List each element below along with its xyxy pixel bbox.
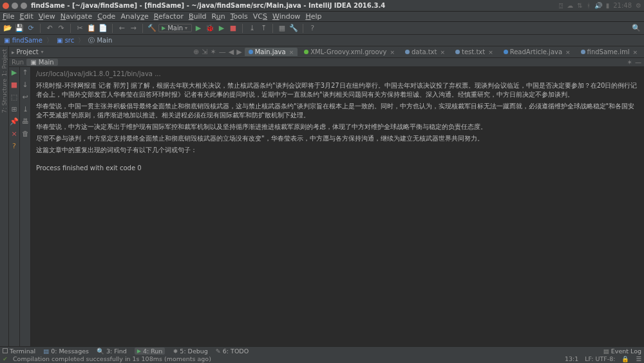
terminal-tool-button[interactable]: Terminal [3,348,35,355]
editor-tab-iml[interactable]: findSame.iml× [577,48,641,56]
project-panel-title[interactable]: Project [12,48,39,55]
debug-icon[interactable]: 🐞 [205,23,215,34]
status-ok-icon[interactable]: ✔ [3,355,8,362]
breadcrumb-file[interactable]: ⓒ Main [88,36,112,45]
menu-build[interactable]: Build [189,12,207,21]
run-button-icon[interactable]: ▶ [193,23,204,34]
menu-tools[interactable]: Tools [231,12,248,21]
menu-help[interactable]: Help [305,12,321,21]
menu-file[interactable]: File [3,12,14,21]
editor-tab-data[interactable]: data.txt× [401,48,449,56]
settings-icon[interactable]: ✶ [210,48,216,56]
vcs-commit-icon[interactable]: ⤒ [258,23,269,34]
vcs-update-icon[interactable]: ⤓ [247,23,257,34]
autoscroll-icon[interactable]: ⊕ [193,48,199,56]
chevron-down-icon[interactable]: ▾ [41,49,44,55]
menu-edit[interactable]: Edit [19,12,33,21]
menu-analyze[interactable]: Analyze [120,12,148,21]
project-structure-icon[interactable]: ▦ [277,23,287,34]
lock-icon[interactable]: 🔒 [621,355,629,362]
find-tool-button[interactable]: 🔍3: Find [97,348,127,355]
editor-tab-main[interactable]: Main.java× [245,48,298,56]
menu-code[interactable]: Code [97,12,115,21]
window-minimize-button[interactable] [12,3,18,9]
editor-tab-readarticle[interactable]: ReadArticle.java× [500,48,574,56]
run-tab-main[interactable]: ▣ Main [26,59,58,66]
project-tool-button[interactable]: 1: Project [1,49,8,76]
editor-tab-test[interactable]: test.txt× [451,48,497,56]
down-icon[interactable]: ↓ [22,81,28,89]
file-encoding[interactable]: LF: UTF-8: [585,355,615,362]
forward-icon[interactable]: → [128,23,138,34]
hector-icon[interactable]: ☰ [636,355,641,362]
structure-tool-button[interactable]: 7: Structure [1,79,8,113]
close-icon[interactable]: × [632,49,638,55]
clear-icon[interactable]: 🗑 [22,130,29,138]
print-icon[interactable]: 🖶 [22,117,29,126]
menu-view[interactable]: View [39,12,55,21]
rerun-icon[interactable]: ▶ [12,68,17,77]
search-everywhere-icon[interactable]: 🔍 [631,23,641,34]
breadcrumb-project[interactable]: ▣ findSame [4,37,43,44]
copy-icon[interactable]: 📋 [86,23,97,34]
debug-tool-button[interactable]: ✸5: Debug [173,348,207,355]
coverage-icon[interactable]: ▶ [216,23,227,34]
menu-navigate[interactable]: Navigate [61,12,92,21]
console-output[interactable]: /usr/local/java/jdk1.8.0_121/bin/java ..… [31,67,644,346]
close-icon[interactable]: × [440,49,445,55]
sound-icon[interactable]: 🔊 [594,2,602,9]
breadcrumb-folder[interactable]: ▣ src [57,37,74,44]
close-icon[interactable]: × [11,130,17,138]
open-icon[interactable]: 📂 [3,23,13,34]
help-icon[interactable]: ? [12,142,16,150]
help-icon[interactable]: ⍰ [559,2,563,9]
scroll-end-icon[interactable]: ⤓ [23,105,28,113]
hide-icon[interactable]: — [219,48,226,56]
editor-tab-xmlgroovy[interactable]: XML-Groovy.xml.groovy× [300,48,399,56]
cloud-icon[interactable]: ☁ [567,2,573,9]
undo-icon[interactable]: ↶ [44,23,55,34]
battery-icon[interactable]: ▮ [606,2,610,9]
paste-icon[interactable]: 📄 [98,23,108,34]
back-icon[interactable]: ← [117,23,127,34]
tab-nav-right[interactable]: ▶ [236,48,242,56]
restore-layout-icon[interactable]: ⊞ [11,105,17,113]
pin-icon[interactable]: 📌 [10,117,19,126]
refresh-icon[interactable]: ⟳ [26,23,36,34]
stop-icon[interactable]: ■ [228,23,238,34]
stop-icon[interactable]: ■ [11,81,17,89]
cut-icon[interactable]: ✂ [75,23,85,34]
settings-icon[interactable]: 🔧 [289,23,299,34]
help-icon[interactable]: ? [307,23,317,34]
redo-icon[interactable]: ↷ [56,23,66,34]
wrap-icon[interactable]: ↩ [22,93,28,101]
window-maximize-button[interactable] [21,3,27,9]
close-icon[interactable]: × [390,49,395,55]
todo-tool-button[interactable]: ✎6: TODO [216,348,249,355]
close-icon[interactable]: × [289,49,294,55]
collapse-icon[interactable]: ⇲ [202,48,207,56]
wifi-icon[interactable]: ⇅ [577,2,582,9]
run-settings-icon[interactable]: ✶ [627,59,632,66]
close-icon[interactable]: × [565,49,571,55]
up-icon[interactable]: ↑ [22,68,28,77]
menu-run[interactable]: Run [212,12,225,21]
build-icon[interactable]: 🔨 [147,23,157,34]
dump-icon[interactable]: ⬚ [11,93,17,101]
menu-refactor[interactable]: Refactor [154,12,184,21]
bluetooth-icon[interactable]: ᚼ [587,2,591,9]
settings-gear-icon[interactable]: ⚙ [636,2,641,9]
event-log-button[interactable]: ▤Event Log [603,348,641,355]
cursor-position[interactable]: 13:1 [565,355,578,362]
run-configuration-dropdown[interactable]: ▶ Main ▾ [158,24,192,32]
run-tool-button[interactable]: ▶4: Run [135,348,166,355]
clock[interactable]: 21:48 [613,2,632,9]
window-close-button[interactable] [3,3,9,9]
save-icon[interactable]: 💾 [14,23,24,34]
menu-window[interactable]: Window [272,12,300,21]
messages-tool-button[interactable]: ▤0: Messages [43,348,89,355]
menu-vcs[interactable]: VCS [253,12,267,21]
run-hide-icon[interactable]: — [635,59,641,66]
tab-nav-left[interactable]: ◀ [229,48,234,56]
close-icon[interactable]: × [488,49,493,55]
